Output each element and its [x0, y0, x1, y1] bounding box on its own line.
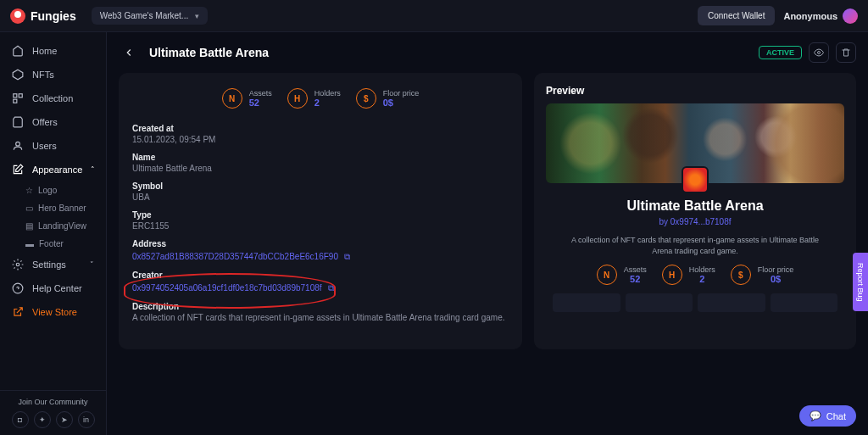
stat-assets: N Assets 52 [222, 88, 272, 109]
svg-rect-1 [14, 94, 17, 98]
sidebar-item-help[interactable]: Help Center [0, 276, 106, 300]
svg-rect-2 [19, 94, 22, 98]
discord-icon[interactable]: ◘ [12, 411, 29, 428]
field-creator: Creator 0x9974052405a06a19cf1df0e18c7bd0… [132, 270, 509, 293]
stats-row: N Assets 52 H Holders 2 [131, 85, 510, 117]
sidebar-item-label: Appearance [32, 165, 82, 175]
stat-holders: H Holders 2 [287, 88, 341, 109]
offers-icon [12, 116, 24, 128]
preview-description: A collection of NFT cards that represent… [565, 235, 826, 256]
nft-icon [12, 69, 24, 81]
details-list: Created at 15.01.2023, 09:54 PM Name Ult… [131, 117, 510, 337]
nft-card-placeholder[interactable] [626, 293, 693, 312]
page-header: Ultimate Battle Arena ACTIVE [119, 42, 856, 63]
home-icon [12, 45, 24, 57]
copy-address-icon[interactable]: ⧉ [344, 252, 350, 262]
preview-author: by 0x9974...b7108f [553, 217, 837, 226]
banner-icon: ▭ [25, 204, 33, 213]
sidebar-sub-hero-banner[interactable]: ▭Hero Banner [0, 199, 106, 217]
linkedin-icon[interactable]: in [78, 411, 95, 428]
back-button[interactable] [119, 42, 139, 63]
author-link[interactable]: 0x9974...b7108f [670, 217, 732, 226]
sidebar-item-label: Settings [32, 259, 66, 270]
users-icon [12, 140, 24, 152]
brand-name: Fungies [31, 9, 76, 23]
collection-badge-icon [682, 166, 709, 193]
connect-wallet-button[interactable]: Connect Wallet [698, 6, 775, 25]
assets-icon: N [222, 88, 242, 109]
preview-stats: N Assets52 H Holders2 $ Floor price0$ [553, 265, 837, 285]
field-symbol: Symbol UBA [132, 181, 509, 202]
nft-card-placeholder[interactable] [771, 293, 838, 312]
svg-point-4 [16, 142, 20, 146]
field-created: Created at 15.01.2023, 09:54 PM [132, 124, 509, 144]
svg-point-5 [16, 263, 19, 266]
sidebar-item-users[interactable]: Users [0, 134, 106, 158]
field-name: Name Ultimate Battle Arena [132, 153, 509, 173]
layout-icon: ▤ [25, 221, 33, 231]
main-area: Ultimate Battle Arena ACTIVE N Assets 52 [107, 32, 868, 435]
sidebar-item-view-store[interactable]: View Store [0, 300, 106, 324]
svg-marker-0 [13, 70, 23, 80]
field-description: Description A collection of NFT cards th… [132, 302, 509, 322]
sidebar-item-home[interactable]: Home [0, 39, 106, 63]
field-type: Type ERC1155 [132, 210, 509, 231]
preview-body: Ultimate Battle Arena by 0x9974...b7108f… [546, 183, 844, 319]
sidebar-item-label: Collection [32, 93, 73, 103]
preview-panel: Preview Ultimate Battle Arena by 0x9974.… [534, 73, 856, 349]
telegram-icon[interactable]: ➤ [56, 411, 73, 428]
delete-button[interactable] [836, 42, 856, 63]
twitter-icon[interactable]: ✦ [34, 411, 51, 428]
chevron-down-icon: ˅ [90, 260, 94, 269]
help-icon [12, 282, 24, 294]
sidebar-item-nfts[interactable]: NFTs [0, 63, 106, 86]
sidebar-sub-logo[interactable]: ☆Logo [0, 181, 106, 199]
project-selector[interactable]: Web3 Game's Market... ▾ [92, 7, 209, 25]
project-name: Web3 Game's Market... [100, 11, 189, 20]
sidebar-item-collection[interactable]: Collection [0, 86, 106, 110]
nft-card-placeholder[interactable] [698, 293, 765, 312]
details-panel: N Assets 52 H Holders 2 [119, 73, 522, 349]
preview-card-row [553, 293, 837, 312]
dollar-icon: $ [731, 265, 751, 285]
sidebar-item-label: Users [32, 141, 57, 151]
header-actions: ACTIVE [759, 42, 856, 63]
stat-floor: $ Floor price 0$ [356, 88, 420, 109]
page-title: Ultimate Battle Arena [149, 46, 269, 59]
brand-logo[interactable]: Fungies [10, 8, 76, 24]
appearance-icon [12, 164, 24, 176]
pv-stat-floor: $ Floor price0$ [731, 265, 794, 285]
preview-title: Ultimate Battle Arena [553, 198, 837, 214]
sidebar-bottom: Join Our Community ◘ ✦ ➤ in [0, 390, 106, 435]
logo-icon [10, 8, 25, 24]
footer-icon: ▬ [25, 239, 34, 248]
sidebar-item-offers[interactable]: Offers [0, 110, 106, 134]
field-address: Address 0x8527ad81B88387D28D357447dbCCb2… [132, 239, 509, 262]
address-link[interactable]: 0x8527ad81B88387D28D357447dbCCb2BeE6c16F… [132, 252, 338, 261]
sidebar-item-label: Help Center [32, 283, 82, 293]
external-link-icon [12, 306, 24, 318]
creator-link[interactable]: 0x9974052405a06a19cf1df0e18c7bd03d89b710… [132, 283, 322, 293]
nft-card-placeholder[interactable] [553, 293, 620, 312]
svg-rect-3 [14, 99, 17, 103]
chevron-up-icon: ˄ [91, 165, 95, 174]
sidebar-item-settings[interactable]: Settings ˅ [0, 253, 106, 276]
sidebar-item-appearance[interactable]: Appearance ˄ [0, 158, 106, 181]
report-bug-tab[interactable]: Report Bug [853, 253, 868, 312]
sidebar-sub-footer[interactable]: ▬Footer [0, 235, 106, 253]
holders-icon: H [287, 88, 308, 109]
community-label: Join Our Community [7, 398, 99, 406]
gear-icon [12, 259, 24, 270]
chevron-down-icon: ▾ [195, 12, 199, 20]
chat-button[interactable]: 💬 Chat [799, 405, 856, 427]
copy-creator-icon[interactable]: ⧉ [328, 283, 334, 293]
visibility-button[interactable] [809, 42, 829, 63]
sidebar-item-label: Offers [32, 117, 58, 127]
pv-stat-assets: N Assets52 [597, 265, 647, 285]
status-badge: ACTIVE [759, 46, 802, 59]
sidebar-sub-landingview[interactable]: ▤LandingView [0, 217, 106, 235]
sidebar-item-label: View Store [32, 307, 77, 317]
user-chip[interactable]: Anonymous [783, 8, 858, 24]
sidebar: Home NFTs Collection Offers Users Appear… [0, 32, 107, 435]
holders-icon: H [662, 265, 682, 285]
